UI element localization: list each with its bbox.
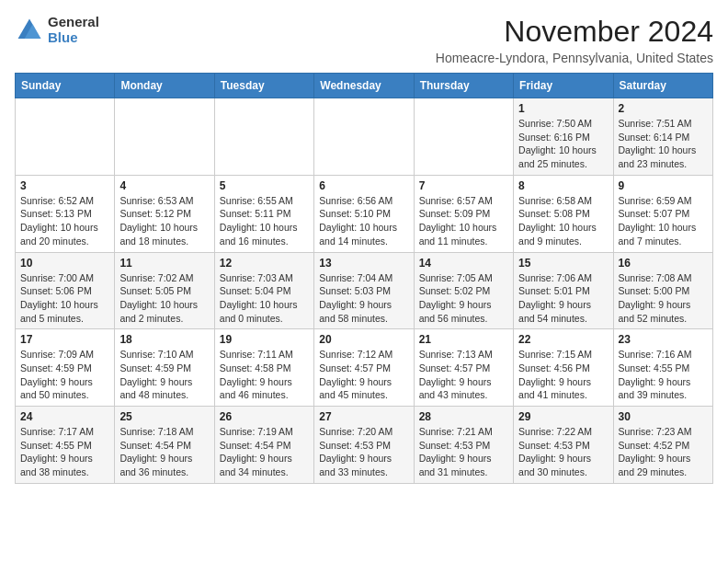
weekday-header-thursday: Thursday: [414, 74, 513, 98]
calendar-cell: 23Sunrise: 7:16 AM Sunset: 4:55 PM Dayli…: [613, 329, 712, 407]
day-number: 19: [220, 333, 309, 346]
calendar-cell: 3Sunrise: 6:52 AM Sunset: 5:13 PM Daylig…: [16, 175, 115, 252]
month-title: November 2024: [436, 15, 713, 49]
day-info: Sunrise: 7:03 AM Sunset: 5:04 PM Dayligh…: [220, 271, 309, 326]
weekday-header-monday: Monday: [115, 74, 214, 98]
calendar-cell: 26Sunrise: 7:19 AM Sunset: 4:54 PM Dayli…: [214, 407, 313, 484]
calendar-cell: 30Sunrise: 7:23 AM Sunset: 4:52 PM Dayli…: [613, 407, 712, 484]
day-info: Sunrise: 7:18 AM Sunset: 4:54 PM Dayligh…: [119, 425, 209, 479]
calendar-cell: 28Sunrise: 7:21 AM Sunset: 4:53 PM Dayli…: [414, 407, 513, 484]
day-info: Sunrise: 7:00 AM Sunset: 5:06 PM Dayligh…: [20, 271, 109, 326]
weekday-header-saturday: Saturday: [613, 74, 712, 98]
day-number: 14: [419, 257, 508, 270]
day-number: 3: [20, 179, 109, 192]
calendar-cell: [414, 98, 513, 176]
day-info: Sunrise: 7:12 AM Sunset: 4:57 PM Dayligh…: [319, 348, 408, 402]
day-number: 9: [619, 179, 708, 192]
day-info: Sunrise: 7:02 AM Sunset: 5:05 PM Dayligh…: [119, 271, 209, 326]
calendar-cell: 8Sunrise: 6:58 AM Sunset: 5:08 PM Daylig…: [514, 175, 613, 252]
calendar-cell: 13Sunrise: 7:04 AM Sunset: 5:03 PM Dayli…: [314, 252, 414, 329]
day-number: 8: [518, 179, 608, 192]
day-info: Sunrise: 7:23 AM Sunset: 4:52 PM Dayligh…: [619, 425, 708, 479]
logo-blue: Blue: [48, 30, 99, 46]
day-number: 26: [220, 410, 309, 423]
calendar-table: SundayMondayTuesdayWednesdayThursdayFrid…: [15, 73, 713, 484]
day-number: 10: [20, 257, 109, 270]
calendar-cell: 11Sunrise: 7:02 AM Sunset: 5:05 PM Dayli…: [115, 252, 214, 329]
day-number: 27: [319, 410, 408, 423]
day-info: Sunrise: 7:21 AM Sunset: 4:53 PM Dayligh…: [419, 425, 508, 479]
day-number: 28: [419, 410, 508, 423]
day-number: 1: [518, 102, 608, 115]
day-info: Sunrise: 6:56 AM Sunset: 5:10 PM Dayligh…: [319, 194, 408, 248]
calendar-cell: 2Sunrise: 7:51 AM Sunset: 6:14 PM Daylig…: [613, 98, 712, 176]
calendar-cell: 6Sunrise: 6:56 AM Sunset: 5:10 PM Daylig…: [314, 175, 414, 252]
day-info: Sunrise: 7:50 AM Sunset: 6:16 PM Dayligh…: [518, 117, 608, 171]
day-info: Sunrise: 7:05 AM Sunset: 5:02 PM Dayligh…: [419, 271, 508, 326]
day-number: 22: [518, 333, 608, 346]
day-info: Sunrise: 7:16 AM Sunset: 4:55 PM Dayligh…: [619, 348, 708, 402]
day-info: Sunrise: 6:52 AM Sunset: 5:13 PM Dayligh…: [20, 194, 109, 248]
day-info: Sunrise: 7:13 AM Sunset: 4:57 PM Dayligh…: [419, 348, 508, 402]
day-info: Sunrise: 6:58 AM Sunset: 5:08 PM Dayligh…: [518, 194, 608, 248]
day-number: 6: [319, 179, 408, 192]
day-number: 25: [119, 410, 209, 423]
day-number: 4: [119, 179, 209, 192]
calendar-week-5: 24Sunrise: 7:17 AM Sunset: 4:55 PM Dayli…: [16, 407, 713, 484]
day-number: 2: [619, 102, 708, 115]
calendar-cell: 17Sunrise: 7:09 AM Sunset: 4:59 PM Dayli…: [16, 329, 115, 407]
day-info: Sunrise: 7:11 AM Sunset: 4:58 PM Dayligh…: [220, 348, 309, 402]
day-info: Sunrise: 7:10 AM Sunset: 4:59 PM Dayligh…: [119, 348, 209, 402]
calendar-cell: 4Sunrise: 6:53 AM Sunset: 5:12 PM Daylig…: [115, 175, 214, 252]
day-info: Sunrise: 7:08 AM Sunset: 5:00 PM Dayligh…: [619, 271, 708, 326]
calendar-cell: 20Sunrise: 7:12 AM Sunset: 4:57 PM Dayli…: [314, 329, 414, 407]
day-number: 13: [319, 257, 408, 270]
calendar-cell: 1Sunrise: 7:50 AM Sunset: 6:16 PM Daylig…: [514, 98, 613, 176]
logo-icon: [15, 16, 44, 45]
calendar-cell: [115, 98, 214, 176]
calendar-cell: [314, 98, 414, 176]
day-number: 17: [20, 333, 109, 346]
day-number: 21: [419, 333, 508, 346]
day-number: 30: [619, 410, 708, 423]
day-info: Sunrise: 7:19 AM Sunset: 4:54 PM Dayligh…: [220, 425, 309, 479]
day-number: 15: [518, 257, 608, 270]
day-number: 12: [220, 257, 309, 270]
day-info: Sunrise: 7:04 AM Sunset: 5:03 PM Dayligh…: [319, 271, 408, 326]
location-title: Homeacre-Lyndora, Pennsylvania, United S…: [436, 51, 713, 65]
calendar-body: 1Sunrise: 7:50 AM Sunset: 6:16 PM Daylig…: [16, 98, 713, 484]
day-number: 24: [20, 410, 109, 423]
calendar-cell: 5Sunrise: 6:55 AM Sunset: 5:11 PM Daylig…: [214, 175, 313, 252]
day-number: 16: [619, 257, 708, 270]
day-number: 23: [619, 333, 708, 346]
day-info: Sunrise: 7:06 AM Sunset: 5:01 PM Dayligh…: [518, 271, 608, 326]
calendar-cell: [16, 98, 115, 176]
day-number: 20: [319, 333, 408, 346]
calendar-cell: 19Sunrise: 7:11 AM Sunset: 4:58 PM Dayli…: [214, 329, 313, 407]
calendar-cell: 24Sunrise: 7:17 AM Sunset: 4:55 PM Dayli…: [16, 407, 115, 484]
calendar-cell: 29Sunrise: 7:22 AM Sunset: 4:53 PM Dayli…: [514, 407, 613, 484]
calendar-cell: 15Sunrise: 7:06 AM Sunset: 5:01 PM Dayli…: [514, 252, 613, 329]
day-info: Sunrise: 6:57 AM Sunset: 5:09 PM Dayligh…: [419, 194, 508, 248]
day-info: Sunrise: 6:53 AM Sunset: 5:12 PM Dayligh…: [119, 194, 209, 248]
calendar-header-row: SundayMondayTuesdayWednesdayThursdayFrid…: [16, 74, 713, 98]
calendar-cell: [214, 98, 313, 176]
calendar-week-2: 3Sunrise: 6:52 AM Sunset: 5:13 PM Daylig…: [16, 175, 713, 252]
calendar-week-1: 1Sunrise: 7:50 AM Sunset: 6:16 PM Daylig…: [16, 98, 713, 176]
calendar-cell: 14Sunrise: 7:05 AM Sunset: 5:02 PM Dayli…: [414, 252, 513, 329]
day-info: Sunrise: 7:22 AM Sunset: 4:53 PM Dayligh…: [518, 425, 608, 479]
weekday-header-wednesday: Wednesday: [314, 74, 414, 98]
day-info: Sunrise: 7:17 AM Sunset: 4:55 PM Dayligh…: [20, 425, 109, 479]
calendar-cell: 16Sunrise: 7:08 AM Sunset: 5:00 PM Dayli…: [613, 252, 712, 329]
day-info: Sunrise: 7:09 AM Sunset: 4:59 PM Dayligh…: [20, 348, 109, 402]
day-info: Sunrise: 7:15 AM Sunset: 4:56 PM Dayligh…: [518, 348, 608, 402]
day-info: Sunrise: 7:20 AM Sunset: 4:53 PM Dayligh…: [319, 425, 408, 479]
calendar-cell: 18Sunrise: 7:10 AM Sunset: 4:59 PM Dayli…: [115, 329, 214, 407]
logo: General Blue: [15, 15, 99, 45]
weekday-header-sunday: Sunday: [16, 74, 115, 98]
day-number: 7: [419, 179, 508, 192]
day-info: Sunrise: 7:51 AM Sunset: 6:14 PM Dayligh…: [619, 117, 708, 171]
calendar-cell: 25Sunrise: 7:18 AM Sunset: 4:54 PM Dayli…: [115, 407, 214, 484]
calendar-week-4: 17Sunrise: 7:09 AM Sunset: 4:59 PM Dayli…: [16, 329, 713, 407]
logo-text: General Blue: [48, 15, 99, 45]
